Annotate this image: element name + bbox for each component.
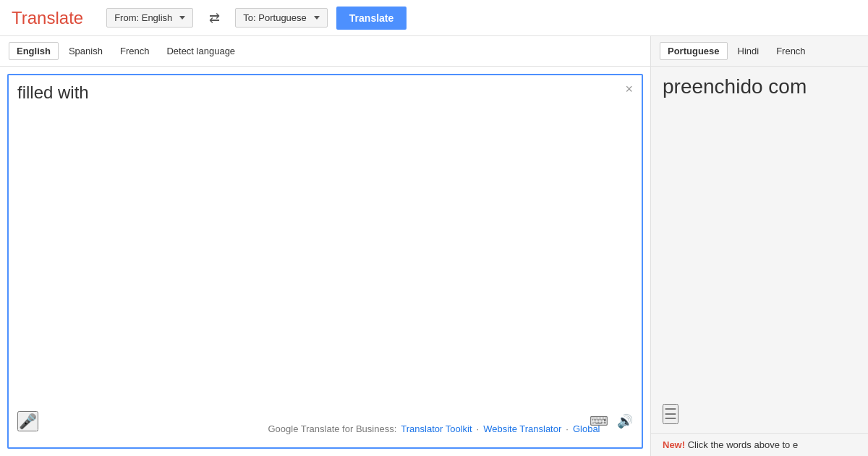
to-language-label: To: Portuguese — [243, 12, 306, 23]
target-tab-french[interactable]: French — [769, 43, 812, 59]
translation-text: preenchido com — [663, 75, 856, 98]
main-area: English Spanish French Detect language f… — [0, 36, 868, 456]
target-tab-hindi[interactable]: Hindi — [731, 43, 767, 59]
from-language-chevron-icon — [179, 16, 185, 20]
target-tab-portuguese[interactable]: Portuguese — [660, 42, 728, 60]
footer-separator-1: · — [477, 423, 480, 434]
translation-output-area: preenchido com ☰ — [651, 67, 868, 433]
source-language-tabs: English Spanish French Detect language — [0, 36, 650, 67]
source-tab-detect[interactable]: Detect language — [159, 43, 242, 59]
to-language-chevron-icon — [314, 16, 320, 20]
source-textarea[interactable]: filled with — [17, 83, 633, 404]
source-tab-spanish[interactable]: Spanish — [61, 43, 110, 59]
clear-input-button[interactable]: × — [625, 83, 633, 96]
header: Translate From: English ⇄ To: Portuguese… — [0, 0, 868, 36]
source-tab-french[interactable]: French — [113, 43, 156, 59]
translation-panel: Portuguese Hindi French preenchido com ☰… — [651, 36, 868, 456]
source-tab-english[interactable]: English — [9, 42, 59, 60]
footer: Google Translate for Business: Translato… — [0, 423, 868, 434]
from-language-label: From: English — [114, 12, 172, 23]
footer-link-translator-toolkit[interactable]: Translator Toolkit — [401, 423, 472, 434]
translate-button[interactable]: Translate — [336, 7, 407, 30]
source-input-area: filled with × 🎤 ⌨ 🔊 — [7, 74, 643, 449]
from-language-select[interactable]: From: English — [106, 8, 193, 28]
target-language-tabs: Portuguese Hindi French — [651, 36, 868, 67]
new-label: New! — [663, 439, 685, 450]
footer-link-website-translator[interactable]: Website Translator — [483, 423, 561, 434]
to-language-select[interactable]: To: Portuguese — [235, 8, 327, 28]
new-feature-message: Click the words above to e — [688, 439, 798, 450]
translation-bottom-bar: ☰ — [663, 404, 678, 424]
footer-separator-2: · — [566, 423, 569, 434]
swap-languages-button[interactable]: ⇄ — [202, 8, 226, 28]
new-feature-notice: New! Click the words above to e — [651, 433, 868, 456]
footer-link-global[interactable]: Global — [573, 423, 600, 434]
source-panel: English Spanish French Detect language f… — [0, 36, 651, 456]
translation-options-button[interactable]: ☰ — [663, 404, 678, 424]
footer-business-label: Google Translate for Business: — [268, 423, 397, 434]
app-title: Translate — [12, 8, 83, 28]
swap-arrows-icon: ⇄ — [209, 10, 220, 26]
